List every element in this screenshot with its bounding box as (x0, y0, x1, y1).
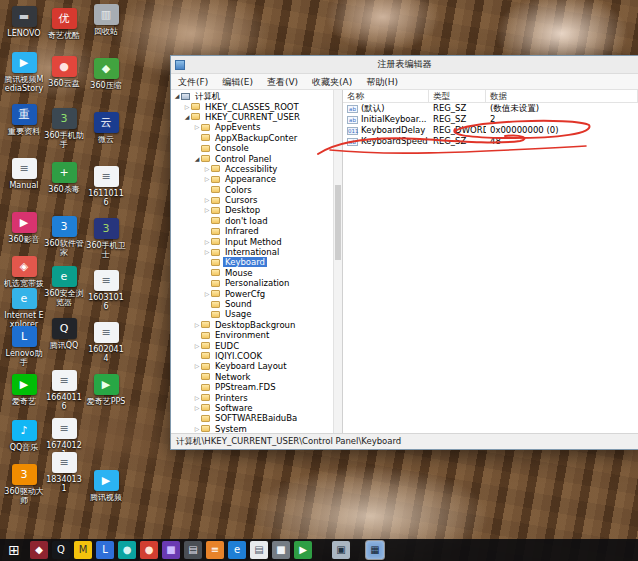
taskbar-icon-ie[interactable]: e (228, 541, 246, 559)
desktop-icon[interactable]: 优奇艺优酷 (44, 8, 84, 40)
desktop-icon[interactable]: LLenovo助手 (4, 326, 44, 367)
expand-icon[interactable]: ▷ (203, 247, 211, 257)
column-header[interactable]: 数据 (486, 90, 638, 102)
title-bar[interactable]: 注册表编辑器 (171, 56, 638, 74)
desktop-icon[interactable]: +360杀毒 (44, 162, 84, 194)
desktop-icon[interactable]: ≡16110116 (86, 166, 126, 207)
expand-icon[interactable]: ▷ (193, 393, 201, 403)
taskbar-icon[interactable]: ≡ (206, 541, 224, 559)
expand-icon[interactable]: ▷ (193, 424, 201, 433)
tree-scrollbar[interactable] (333, 90, 342, 433)
taskbar-icon[interactable]: M (74, 541, 92, 559)
expand-icon[interactable]: ▷ (203, 289, 211, 299)
collapse-icon[interactable]: ◢ (183, 112, 191, 122)
desktop-icon[interactable]: ≡16031016 (86, 270, 126, 311)
desktop-icon[interactable]: ≡16020414 (86, 322, 126, 363)
tree-item[interactable]: AppXBackupConter (171, 133, 342, 143)
expand-icon[interactable]: ▷ (193, 361, 201, 371)
expand-icon[interactable]: ▷ (203, 205, 211, 215)
desktop-icon[interactable]: ▶爱奇艺 (4, 374, 44, 406)
taskbar-icon[interactable]: ■ (272, 541, 290, 559)
registry-tree-pane[interactable]: ◢计算机▷HKEY_CLASSES_ROOT◢HKEY_CURRENT_USER… (171, 90, 343, 433)
tree-item[interactable]: Environment (171, 330, 342, 340)
desktop-icon[interactable]: Q腾讯QQ (44, 318, 84, 350)
desktop-icon[interactable]: 3360手机卫士 (86, 218, 126, 259)
menu-item[interactable]: 帮助(H) (359, 74, 405, 90)
tree-item[interactable]: ▷System (171, 424, 342, 434)
tree-item[interactable]: ▷Input Method (171, 236, 342, 246)
tree-item[interactable]: ▷DesktopBackgroun (171, 320, 342, 330)
menu-item[interactable]: 查看(V) (260, 74, 305, 90)
registry-value-row[interactable]: abInitialKeyboar...REG_SZ2 (343, 114, 638, 125)
tree-item[interactable]: IQIYI.COOK (171, 351, 342, 361)
taskbar-icon[interactable]: ▶ (294, 541, 312, 559)
desktop-icon[interactable]: ♪QQ音乐 (4, 420, 44, 452)
taskbar-icon-regedit[interactable]: ▦ (366, 541, 384, 559)
desktop-icon[interactable]: 3360软件管家 (44, 216, 84, 257)
desktop-icon[interactable]: e360安全浏览器 (44, 266, 84, 307)
taskbar-icon[interactable]: ● (140, 541, 158, 559)
tree-item[interactable]: Usage (171, 309, 342, 319)
taskbar-icon[interactable]: L (96, 541, 114, 559)
tree-item[interactable]: SOFTWAREBaiduBa (171, 413, 342, 423)
taskbar-icon[interactable]: ● (118, 541, 136, 559)
desktop-icon[interactable]: ●360云盘 (44, 56, 84, 88)
tree-item[interactable]: ▷EUDC (171, 340, 342, 350)
tree-item[interactable]: Network (171, 372, 342, 382)
registry-editor-window[interactable]: 注册表编辑器 文件(F)编辑(E)查看(V)收藏夹(A)帮助(H) ◢计算机▷H… (170, 55, 638, 450)
expand-icon[interactable]: ▷ (203, 174, 211, 184)
desktop-icon[interactable]: ▶腾讯视频MediaStory (4, 52, 44, 93)
menu-item[interactable]: 编辑(E) (215, 74, 260, 90)
desktop-icon[interactable]: ▶360影音 (4, 212, 44, 244)
desktop-icon[interactable]: ≡16640116 (44, 370, 84, 411)
expand-icon[interactable]: ▷ (203, 195, 211, 205)
registry-value-row[interactable]: 011KeyboardDelayREG_DWORD0x00000000 (0) (343, 125, 638, 136)
collapse-icon[interactable]: ◢ (173, 91, 181, 101)
desktop-icon[interactable]: 3360驱动大师 (4, 464, 44, 505)
expand-icon[interactable]: ▷ (193, 320, 201, 330)
tree-item[interactable]: ◢Control Panel (171, 153, 342, 163)
desktop-icon[interactable]: ▬LENOVO (4, 6, 44, 38)
tree-item[interactable]: ▷Cursors (171, 195, 342, 205)
taskbar-icon[interactable]: ■ (162, 541, 180, 559)
registry-values-pane[interactable]: 名称类型数据 ab(默认)REG_SZ(数值未设置)abInitialKeybo… (343, 90, 638, 433)
desktop-icon[interactable]: ≡18340131 (44, 452, 84, 493)
tree-item[interactable]: ▷Software (171, 403, 342, 413)
tree-scrollbar-thumb[interactable] (335, 185, 341, 260)
column-header[interactable]: 类型 (429, 90, 486, 102)
taskbar-icon[interactable]: ▤ (250, 541, 268, 559)
tree-item[interactable]: Personalization (171, 278, 342, 288)
desktop-icon[interactable]: ≡Manual (4, 158, 44, 190)
registry-value-row[interactable]: ab(默认)REG_SZ(数值未设置) (343, 103, 638, 114)
expand-icon[interactable]: ▷ (193, 122, 201, 132)
desktop-icon[interactable]: 云微云 (86, 112, 126, 144)
expand-icon[interactable]: ▷ (183, 102, 191, 112)
expand-icon[interactable]: ▷ (203, 164, 211, 174)
desktop-icon[interactable]: 重重要资料 (4, 104, 44, 136)
tree-item[interactable]: ▷HKEY_CLASSES_ROOT (171, 101, 342, 111)
expand-icon[interactable]: ▷ (193, 341, 201, 351)
column-header[interactable]: 名称 (343, 90, 429, 102)
desktop-icon[interactable]: eInternet Explorer (4, 288, 44, 329)
desktop-icon[interactable]: ▥回收站 (86, 4, 126, 36)
tree-item[interactable]: ▷AppEvents (171, 122, 342, 132)
taskbar-icon-qq[interactable]: Q (52, 541, 70, 559)
tree-item[interactable]: ▷Keyboard Layout (171, 361, 342, 371)
tree-item[interactable]: Keyboard (171, 257, 342, 267)
menu-item[interactable]: 文件(F) (171, 74, 215, 90)
start-button[interactable]: ⊞ (5, 541, 23, 559)
desktop-icon[interactable]: 3360手机助手 (44, 108, 84, 149)
tree-item[interactable]: Colors (171, 185, 342, 195)
desktop-icon[interactable]: ▶腾讯视频 (86, 470, 126, 502)
tree-item[interactable]: ▷PowerCfg (171, 288, 342, 298)
tree-item[interactable]: ▷Printers (171, 392, 342, 402)
taskbar-icon[interactable]: ▤ (184, 541, 202, 559)
tree-item[interactable]: Sound (171, 299, 342, 309)
tree-item[interactable]: ▷Desktop (171, 205, 342, 215)
tree-item[interactable]: ▷Appearance (171, 174, 342, 184)
desktop-icon[interactable]: ◆360压缩 (86, 58, 126, 90)
tree-item[interactable]: don't load (171, 216, 342, 226)
tree-item[interactable]: ◢HKEY_CURRENT_USER (171, 112, 342, 122)
collapse-icon[interactable]: ◢ (193, 154, 201, 164)
desktop-icon[interactable]: ▶爱奇艺PPS (86, 374, 126, 406)
